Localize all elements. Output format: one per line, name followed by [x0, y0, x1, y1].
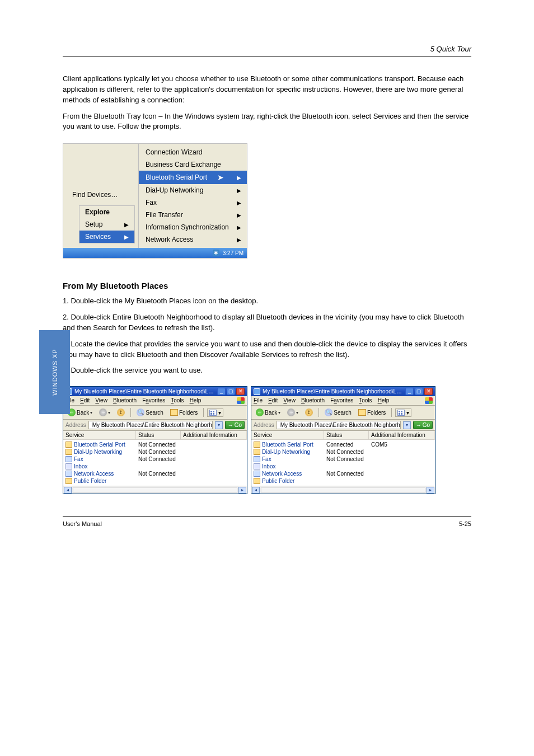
service-status: Not Connected: [324, 448, 369, 456]
views-icon: [397, 410, 405, 416]
service-name: Dial-Up Networking: [74, 449, 122, 455]
forward-button[interactable]: →▾: [97, 407, 113, 417]
bluetooth-tray-icon[interactable]: ✱: [213, 250, 219, 256]
scroll-right-button[interactable]: ▸: [238, 487, 246, 494]
service-row[interactable]: Bluetooth Serial PortConnectedCOM5: [251, 441, 435, 448]
service-row[interactable]: Inbox: [63, 463, 247, 470]
search-button[interactable]: 🔍Search: [134, 407, 166, 417]
forward-button[interactable]: →▾: [285, 407, 301, 417]
titlebar[interactable]: My Bluetooth Places\Entire Bluetooth Nei…: [251, 387, 435, 396]
menu-edit[interactable]: Edit: [268, 397, 278, 404]
address-dropdown[interactable]: ▾: [215, 421, 223, 429]
titlebar[interactable]: My Bluetooth Places\Entire Bluetooth Nei…: [63, 387, 247, 396]
separator: [130, 408, 131, 417]
back-button[interactable]: ←Back▾: [254, 407, 283, 417]
service-status: Connected: [324, 441, 369, 448]
menu-bluetooth[interactable]: Bluetooth: [301, 397, 325, 404]
views-button[interactable]: ▾: [395, 408, 411, 417]
col-status[interactable]: Status: [324, 431, 369, 439]
scroll-track[interactable]: [73, 487, 237, 493]
scroll-left-button[interactable]: ◂: [64, 487, 72, 494]
up-button[interactable]: ↥: [115, 407, 127, 417]
menu-view[interactable]: View: [95, 397, 107, 404]
service-status: Not Connected: [136, 470, 181, 477]
maximize-button[interactable]: ▢: [227, 388, 235, 395]
horizontal-scrollbar[interactable]: ◂ ▸: [63, 486, 247, 494]
svc-dialup[interactable]: Dial-Up Networking▶: [139, 184, 247, 196]
taskbar: ✱ 3:27 PM: [63, 248, 247, 258]
chevron-right-icon: ▶: [237, 224, 241, 231]
go-button[interactable]: → Go: [225, 421, 245, 429]
col-status[interactable]: Status: [136, 431, 181, 439]
menu-view[interactable]: View: [283, 397, 296, 404]
go-label: Go: [423, 422, 430, 428]
scroll-track[interactable]: [261, 487, 425, 493]
service-icon: [65, 449, 72, 455]
menu-favorites[interactable]: Favorites: [142, 397, 165, 404]
service-additional: [181, 466, 247, 467]
folders-icon: [358, 409, 366, 416]
chevron-down-icon: ▾: [278, 410, 280, 415]
svc-network-access[interactable]: Network Access▶: [139, 233, 247, 246]
service-row[interactable]: Dial-Up NetworkingNot Connected: [251, 448, 435, 456]
col-service[interactable]: Service: [251, 431, 324, 439]
menu-services[interactable]: Services▶: [79, 231, 134, 243]
address-input[interactable]: My Bluetooth Places\Entire Bluetooth Nei…: [277, 421, 401, 429]
menu-tools[interactable]: Tools: [359, 397, 372, 404]
menu-find-devices[interactable]: Find Devices…: [63, 186, 138, 203]
service-row[interactable]: FaxNot Connected: [63, 456, 247, 463]
menu-submenu-left: Explore Setup▶ Services▶: [79, 205, 135, 243]
service-icon: [254, 442, 260, 448]
svc-fax[interactable]: Fax▶: [139, 196, 247, 209]
menu-tools[interactable]: Tools: [171, 397, 184, 404]
service-row[interactable]: FaxNot Connected: [251, 456, 435, 463]
search-button[interactable]: 🔍Search: [322, 407, 354, 417]
folders-button[interactable]: Folders: [356, 408, 388, 417]
svc-connection-wizard[interactable]: Connection Wizard: [139, 146, 247, 158]
scroll-right-button[interactable]: ▸: [427, 487, 434, 494]
footer: User's Manual 5-25: [63, 520, 471, 527]
up-button[interactable]: ↥: [303, 407, 315, 417]
go-button[interactable]: → Go: [413, 421, 433, 429]
col-additional[interactable]: Additional Information: [369, 431, 435, 439]
taskbar-clock: 3:27 PM: [223, 250, 243, 256]
svc-info-sync[interactable]: Information Synchronization▶: [139, 221, 247, 233]
menu-edit[interactable]: Edit: [80, 397, 90, 404]
service-row[interactable]: Network AccessNot Connected: [63, 470, 247, 477]
close-button[interactable]: ✕: [424, 388, 433, 395]
address-label: Address: [254, 422, 274, 428]
close-button[interactable]: ✕: [236, 388, 245, 395]
scroll-left-button[interactable]: ◂: [252, 487, 260, 494]
svc-business-card[interactable]: Business Card Exchange: [139, 158, 247, 171]
maximize-button[interactable]: ▢: [415, 388, 423, 395]
col-additional[interactable]: Additional Information: [181, 431, 247, 439]
menu-bluetooth[interactable]: Bluetooth: [113, 397, 137, 404]
views-button[interactable]: ▾: [207, 408, 223, 417]
service-row[interactable]: Dial-Up NetworkingNot Connected: [63, 448, 247, 456]
service-row[interactable]: Network AccessNot Connected: [251, 470, 435, 477]
svc-bt-serial-port[interactable]: Bluetooth Serial Port➤▶: [139, 171, 247, 184]
menu-favorites[interactable]: Favorites: [330, 397, 353, 404]
menu-explore-label: Explore: [85, 208, 110, 216]
label: Information Synchronization: [146, 223, 229, 231]
service-row[interactable]: Public Folder: [63, 477, 247, 485]
menu-file[interactable]: File: [254, 397, 263, 404]
service-row[interactable]: Bluetooth Serial PortNot Connected: [63, 441, 247, 448]
folders-button[interactable]: Folders: [168, 408, 200, 417]
menu-explore[interactable]: Explore: [79, 206, 134, 218]
menu-help[interactable]: Help: [190, 397, 202, 404]
minimize-button[interactable]: _: [405, 388, 414, 395]
menu-setup[interactable]: Setup▶: [79, 218, 134, 231]
service-row[interactable]: Inbox: [251, 463, 435, 470]
minimize-button[interactable]: _: [217, 388, 226, 395]
service-row[interactable]: Public Folder: [251, 477, 435, 485]
service-status: Not Connected: [136, 441, 181, 448]
address-input[interactable]: My Bluetooth Places\Entire Bluetooth Nei…: [88, 421, 213, 429]
service-name: Network Access: [262, 471, 302, 477]
address-dropdown[interactable]: ▾: [403, 421, 411, 429]
menu-help[interactable]: Help: [378, 397, 390, 404]
svc-file-transfer[interactable]: File Transfer▶: [139, 209, 247, 221]
header-right: 5 Quick Tour: [63, 45, 471, 53]
horizontal-scrollbar[interactable]: ◂ ▸: [251, 486, 435, 494]
col-service[interactable]: Service: [63, 431, 136, 439]
